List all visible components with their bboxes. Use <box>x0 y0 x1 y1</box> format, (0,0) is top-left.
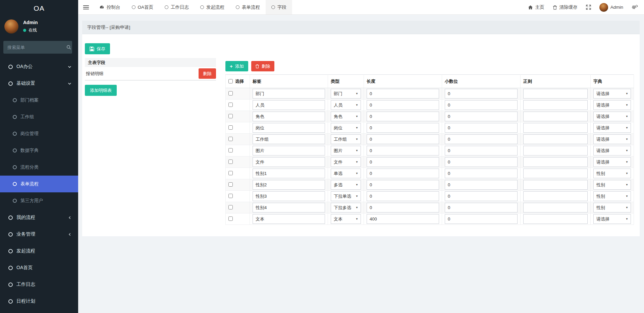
fullscreen-button[interactable] <box>586 5 591 10</box>
length-input[interactable] <box>367 89 439 99</box>
tab-work-log[interactable]: 工作日志 <box>159 0 195 14</box>
regex-input[interactable] <box>523 203 588 212</box>
dict-select[interactable]: 请选择▼ <box>593 123 631 133</box>
clear-cache-link[interactable]: 清除缓存 <box>553 4 578 10</box>
label-input[interactable] <box>253 157 325 167</box>
length-input[interactable] <box>367 123 439 133</box>
user-menu[interactable]: Admin <box>599 3 623 12</box>
label-input[interactable] <box>253 123 325 133</box>
sidebar-item-schedule[interactable]: 日程计划 <box>0 293 78 310</box>
decimal-input[interactable] <box>445 112 518 121</box>
regex-input[interactable] <box>523 112 588 121</box>
tab-dashboard[interactable]: 控制台 <box>94 0 126 14</box>
type-select[interactable]: 单选▼ <box>331 169 361 178</box>
decimal-input[interactable] <box>445 169 518 178</box>
sidebar-item-business-mgmt[interactable]: 业务管理 <box>0 226 78 243</box>
row-checkbox[interactable] <box>228 114 233 118</box>
delete-detail-button[interactable]: 删除 <box>199 68 216 79</box>
length-input[interactable] <box>367 134 439 144</box>
regex-input[interactable] <box>523 191 588 201</box>
row-checkbox[interactable] <box>228 194 233 198</box>
sidebar-item-form-flow[interactable]: 表单流程 <box>0 176 78 192</box>
type-select[interactable]: 岗位▼ <box>331 123 361 133</box>
regex-input[interactable] <box>523 146 588 155</box>
regex-input[interactable] <box>523 134 588 144</box>
select-all-checkbox[interactable] <box>228 79 233 83</box>
row-checkbox[interactable] <box>228 137 233 141</box>
label-input[interactable] <box>253 89 325 99</box>
type-select[interactable]: 文件▼ <box>331 157 361 167</box>
add-detail-table-button[interactable]: 添加明细表 <box>85 85 117 96</box>
dict-select[interactable]: 性别▼ <box>593 203 631 212</box>
tab-form-flow[interactable]: 表单流程 <box>230 0 266 14</box>
length-input[interactable] <box>367 146 439 155</box>
tab-start-flow[interactable]: 发起流程 <box>195 0 230 14</box>
dict-select[interactable]: 请选择▼ <box>593 157 631 167</box>
type-select[interactable]: 角色▼ <box>331 112 361 121</box>
length-input[interactable] <box>367 191 439 201</box>
dict-select[interactable]: 请选择▼ <box>593 134 631 144</box>
search-input[interactable] <box>7 45 66 50</box>
regex-input[interactable] <box>523 100 588 110</box>
tab-fields[interactable]: 字段 <box>266 0 292 14</box>
type-select[interactable]: 多选▼ <box>331 180 361 190</box>
type-select[interactable]: 部门▼ <box>331 89 361 99</box>
label-input[interactable] <box>253 203 325 212</box>
row-checkbox[interactable] <box>228 148 233 152</box>
sidebar-item-third-party-user[interactable]: 第三方用户 <box>0 192 78 209</box>
dict-select[interactable]: 请选择▼ <box>593 146 631 155</box>
dict-select[interactable]: 性别▼ <box>593 191 631 201</box>
search-icon[interactable] <box>66 45 71 50</box>
type-select[interactable]: 文本▼ <box>331 214 361 224</box>
decimal-input[interactable] <box>445 134 518 144</box>
label-input[interactable] <box>253 112 325 121</box>
sidebar-item-base-settings[interactable]: 基础设置 <box>0 75 78 92</box>
dict-select[interactable]: 性别▼ <box>593 169 631 178</box>
label-input[interactable] <box>253 169 325 178</box>
dict-select[interactable]: 请选择▼ <box>593 112 631 121</box>
label-input[interactable] <box>253 180 325 190</box>
row-checkbox[interactable] <box>228 160 233 164</box>
length-input[interactable] <box>367 157 439 167</box>
row-checkbox[interactable] <box>228 171 233 175</box>
sidebar-toggle-button[interactable] <box>78 0 94 14</box>
type-select[interactable]: 图片▼ <box>331 146 361 155</box>
label-input[interactable] <box>253 191 325 201</box>
add-field-button[interactable]: +添加 <box>225 61 248 71</box>
label-input[interactable] <box>253 214 325 224</box>
decimal-input[interactable] <box>445 123 518 133</box>
dict-select[interactable]: 性别▼ <box>593 180 631 190</box>
sidebar-item-post-mgmt[interactable]: 岗位管理 <box>0 125 78 142</box>
decimal-input[interactable] <box>445 157 518 167</box>
row-checkbox[interactable] <box>228 182 233 187</box>
regex-input[interactable] <box>523 123 588 133</box>
detail-name-input[interactable] <box>85 71 199 76</box>
regex-input[interactable] <box>523 214 588 224</box>
sidebar-item-data-dict[interactable]: 数据字典 <box>0 142 78 159</box>
label-input[interactable] <box>253 100 325 110</box>
decimal-input[interactable] <box>445 214 518 224</box>
dict-select[interactable]: 请选择▼ <box>593 100 631 110</box>
regex-input[interactable] <box>523 169 588 178</box>
decimal-input[interactable] <box>445 89 518 99</box>
row-checkbox[interactable] <box>228 205 233 209</box>
label-input[interactable] <box>253 134 325 144</box>
decimal-input[interactable] <box>445 191 518 201</box>
home-link[interactable]: 主页 <box>528 4 544 10</box>
regex-input[interactable] <box>523 89 588 99</box>
sidebar-item-start-flow[interactable]: 发起流程 <box>0 243 78 259</box>
type-select[interactable]: 工作组▼ <box>331 134 361 144</box>
decimal-input[interactable] <box>445 100 518 110</box>
regex-input[interactable] <box>523 180 588 190</box>
regex-input[interactable] <box>523 157 588 167</box>
length-input[interactable] <box>367 112 439 121</box>
sidebar-item-dept-archive[interactable]: 部门档案 <box>0 92 78 109</box>
sidebar-item-work-log[interactable]: 工作日志 <box>0 276 78 293</box>
sidebar-item-oa-home[interactable]: OA首页 <box>0 259 78 276</box>
delete-field-button[interactable]: 删除 <box>251 61 274 71</box>
length-input[interactable] <box>367 100 439 110</box>
length-input[interactable] <box>367 214 439 224</box>
row-checkbox[interactable] <box>228 216 233 221</box>
decimal-input[interactable] <box>445 203 518 212</box>
settings-button[interactable] <box>632 5 638 10</box>
